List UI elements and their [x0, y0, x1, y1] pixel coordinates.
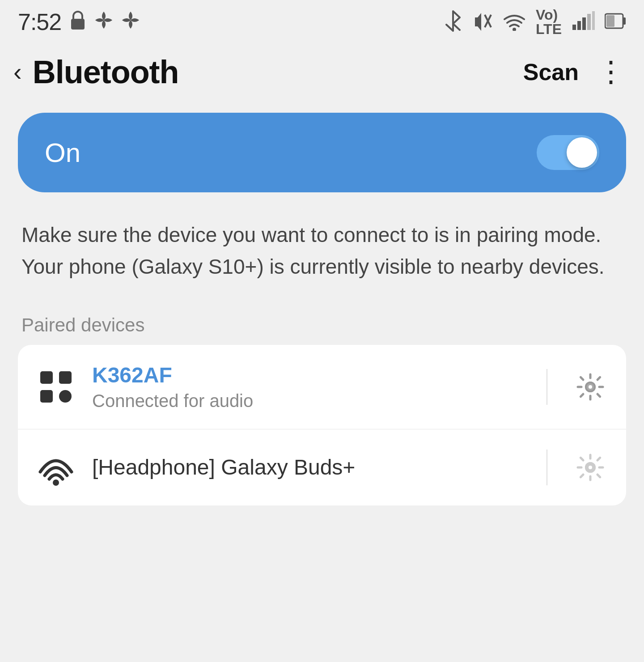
paired-devices-label: Paired devices — [18, 314, 626, 336]
device-divider — [547, 369, 547, 405]
more-options-button[interactable]: ⋮ — [597, 60, 626, 83]
device-settings-button-2[interactable] — [572, 450, 608, 485]
toolbar-left: ‹ Bluetooth — [13, 54, 179, 90]
bluetooth-status-icon — [445, 9, 462, 34]
svg-point-19 — [589, 385, 592, 389]
svg-rect-6 — [582, 17, 586, 30]
list-item: K362AF Connected for audio — [18, 345, 626, 429]
status-bar: 7:52 — [0, 0, 644, 40]
device-icon-container — [36, 367, 76, 407]
svg-rect-13 — [59, 371, 72, 384]
wifi-icon — [503, 11, 526, 33]
svg-rect-4 — [572, 25, 576, 30]
main-content: On Make sure the device you want to conn… — [0, 104, 644, 514]
pinwheel-icon-1 — [94, 11, 113, 34]
toggle-thumb — [567, 137, 597, 168]
svg-point-15 — [59, 390, 72, 403]
back-button[interactable]: ‹ — [13, 59, 22, 85]
svg-point-20 — [53, 480, 59, 486]
paired-devices-card: K362AF Connected for audio — [18, 345, 626, 505]
gear-icon-2 — [574, 451, 606, 484]
device-name: K362AF — [92, 363, 521, 387]
battery-icon — [605, 11, 626, 33]
list-item: [Headphone] Galaxy Buds+ — [18, 429, 626, 505]
pairing-description: Make sure the device you want to connect… — [18, 219, 626, 283]
svg-rect-10 — [623, 17, 626, 25]
signal-icon — [572, 11, 595, 33]
svg-rect-12 — [40, 371, 53, 384]
device-info-2: [Headphone] Galaxy Buds+ — [92, 455, 521, 480]
bluetooth-toggle-card[interactable]: On — [18, 113, 626, 192]
device-divider-2 — [547, 450, 547, 485]
lock-icon — [69, 10, 86, 34]
status-right: Vo)LTE — [445, 8, 626, 36]
device-info: K362AF Connected for audio — [92, 363, 521, 411]
device-icon-container-2 — [36, 447, 76, 488]
mute-icon — [471, 11, 493, 33]
scan-button[interactable]: Scan — [523, 59, 579, 85]
svg-rect-14 — [40, 390, 53, 403]
device-status: Connected for audio — [92, 391, 521, 411]
svg-rect-0 — [71, 19, 85, 30]
toolbar: ‹ Bluetooth Scan ⋮ — [0, 40, 644, 104]
status-time: 7:52 — [18, 8, 61, 35]
pinwheel-icon-2 — [121, 11, 140, 34]
earbuds-icon — [36, 447, 76, 488]
svg-point-24 — [589, 466, 592, 469]
device-name-partial: [Headphone] Galaxy Buds+ — [92, 455, 521, 480]
svg-rect-5 — [577, 21, 581, 30]
device-settings-button[interactable] — [572, 369, 608, 405]
svg-rect-11 — [606, 15, 614, 27]
bluetooth-toggle-switch[interactable] — [537, 135, 599, 170]
page-title: Bluetooth — [33, 54, 179, 90]
volte-icon: Vo)LTE — [536, 8, 562, 36]
gear-icon — [574, 371, 606, 403]
svg-rect-8 — [592, 11, 595, 30]
status-left: 7:52 — [18, 8, 140, 35]
headset-icon — [36, 367, 76, 407]
toolbar-right: Scan ⋮ — [523, 59, 626, 85]
svg-rect-7 — [587, 14, 591, 30]
toggle-label: On — [45, 137, 80, 168]
svg-point-3 — [513, 28, 516, 31]
